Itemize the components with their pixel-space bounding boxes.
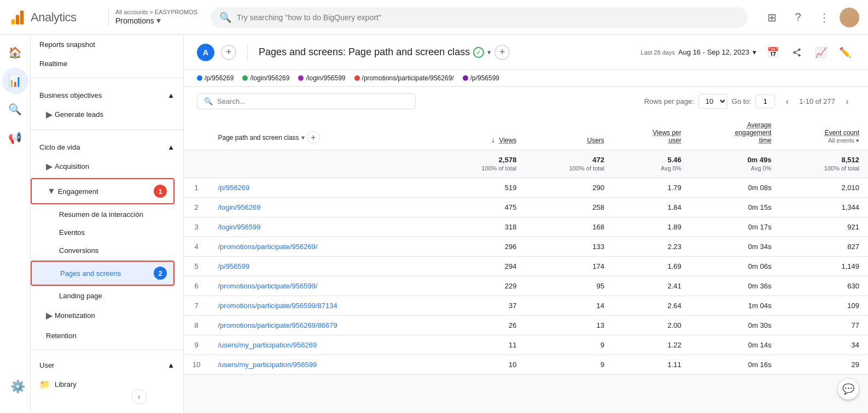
status-check-icon[interactable]: ✓	[473, 47, 484, 58]
table-search-input[interactable]	[217, 97, 409, 105]
add-dimension-button[interactable]: +	[307, 131, 320, 144]
rows-per-page-select[interactable]: 10 25 50	[698, 94, 727, 109]
reports-rail-item[interactable]: 📊	[2, 68, 28, 94]
sidebar-item-eventos[interactable]: Eventos	[31, 223, 179, 241]
add-comparison-button[interactable]: +	[221, 45, 236, 60]
next-page-button[interactable]: ›	[840, 94, 855, 109]
row-views-6: 37	[438, 296, 525, 316]
explore-rail-item[interactable]: 🔍	[2, 96, 28, 122]
th-views-per-user[interactable]: Views peruser	[613, 116, 690, 150]
table-row[interactable]: 8 /promotions/participate/956269/86679 2…	[184, 316, 868, 335]
user-avatar[interactable]	[840, 8, 859, 27]
legend-item-1[interactable]: /login/956269	[242, 74, 289, 82]
business-objectives-collapse-icon: ▲	[167, 91, 174, 99]
row-engagement-8: 0m 14s	[690, 335, 780, 355]
user-section: User ▲	[31, 355, 183, 374]
share-icon-button[interactable]	[787, 43, 807, 62]
row-page-3[interactable]: /promotions/participate/956269/	[209, 237, 437, 257]
sidebar-item-acquisition[interactable]: ▶ Acquisition	[31, 156, 179, 177]
th-page-path[interactable]: Page path and screen class ▾ +	[209, 116, 437, 150]
sidebar: Reports snapshot Realtime Business objec…	[31, 35, 184, 413]
row-page-6[interactable]: /promotions/participate/956599/87134	[209, 296, 437, 316]
legend-item-0[interactable]: /p/956269	[197, 74, 234, 82]
th-event-count-sub[interactable]: All events ▾	[828, 137, 859, 144]
legend-dot-1	[242, 75, 248, 81]
legend-item-3[interactable]: /promotions/participate/956269/	[354, 74, 454, 82]
table-row[interactable]: 9 /users/my_participation/956269 11 9 1.…	[184, 335, 868, 355]
row-vpu-6: 2.64	[613, 296, 690, 316]
grid-icon-button[interactable]: ⊞	[761, 7, 783, 28]
sidebar-item-retention[interactable]: Retention	[31, 326, 179, 345]
table-row[interactable]: 10 /users/my_participation/956599 10 9 1…	[184, 355, 868, 375]
legend-label-0: /p/956269	[205, 74, 234, 82]
add-segment-button[interactable]: +	[494, 45, 510, 60]
row-page-4[interactable]: /p/956599	[209, 257, 437, 276]
row-page-2[interactable]: /login/956599	[209, 217, 437, 237]
prev-page-button[interactable]: ‹	[779, 94, 795, 109]
table-row[interactable]: 7 /promotions/participate/956599/87134 3…	[184, 296, 868, 316]
table-row[interactable]: 5 /p/956599 294 174 1.69 0m 06s 1,149	[184, 257, 868, 276]
table-row[interactable]: 3 /login/956599 318 168 1.89 0m 17s 921	[184, 217, 868, 237]
totals-engagement: 0m 49s Avg 0%	[690, 150, 780, 178]
legend-item-4[interactable]: /p/956599	[463, 74, 499, 82]
table-row[interactable]: 1 /p/956269 519 290 1.79 0m 08s 2,010	[184, 178, 868, 198]
breadcrumb-area: All accounts > EASYPROMOS Promotions ▾	[108, 9, 197, 26]
svg-rect-1	[16, 15, 19, 25]
sidebar-item-library[interactable]: 📁 Library	[31, 374, 179, 395]
calendar-icon-button[interactable]: 📅	[763, 43, 783, 62]
row-index-3: 4	[184, 237, 209, 257]
collapse-sidebar-button[interactable]: ‹	[131, 389, 147, 404]
row-page-0[interactable]: /p/956269	[209, 178, 437, 198]
sidebar-item-conversions[interactable]: Conversions	[31, 241, 179, 259]
row-vpu-0: 1.79	[613, 178, 690, 198]
library-folder-icon: 📁	[39, 379, 50, 390]
status-chevron[interactable]: ▾	[487, 48, 491, 56]
breadcrumb-current[interactable]: Promotions ▾	[115, 15, 197, 26]
row-eventcount-0: 2,010	[780, 178, 868, 198]
row-page-8[interactable]: /users/my_participation/956269	[209, 335, 437, 355]
table-row[interactable]: 2 /login/956269 475 258 1.84 0m 15s 1,34…	[184, 198, 868, 217]
sidebar-item-engagement[interactable]: ▼ Engagement 1	[31, 178, 174, 204]
sidebar-item-resumen[interactable]: Resumen de la interacción	[31, 205, 179, 223]
business-objectives-header[interactable]: Business objectives ▲	[31, 82, 183, 104]
sidebar-item-reports-snapshot[interactable]: Reports snapshot	[31, 35, 179, 54]
comparison-avatar: A	[197, 44, 214, 61]
table-row[interactable]: 4 /promotions/participate/956269/ 296 13…	[184, 237, 868, 257]
table-search-bar[interactable]: 🔍	[197, 93, 416, 109]
row-users-7: 13	[525, 316, 613, 335]
date-range-picker[interactable]: Last 28 days Aug 16 - Sep 12, 2023 ▾	[641, 48, 756, 56]
search-bar[interactable]: 🔍	[211, 7, 748, 28]
row-page-1[interactable]: /login/956269	[209, 198, 437, 217]
table-row[interactable]: 6 /promotions/participate/956599/ 229 95…	[184, 276, 868, 296]
sidebar-item-monetization[interactable]: ▶ Monetization	[31, 305, 179, 326]
settings-button[interactable]: ⚙️	[4, 374, 31, 400]
th-avg-engagement[interactable]: Averageengagementtime	[690, 116, 780, 150]
advertising-rail-item[interactable]: 📢	[2, 125, 28, 151]
more-options-button[interactable]: ⋮	[813, 7, 835, 28]
home-rail-item[interactable]: 🏠	[2, 39, 28, 66]
sidebar-item-generate-leads[interactable]: ▶ Generate leads	[31, 104, 179, 125]
totals-event-count: 8,512 100% of total	[780, 150, 868, 178]
th-users[interactable]: Users	[525, 116, 613, 150]
help-button[interactable]: ?	[787, 7, 809, 28]
edit-icon-button[interactable]: ✏️	[835, 43, 855, 62]
ciclo-vida-header[interactable]: Ciclo de vida ▲	[31, 134, 183, 156]
row-views-8: 11	[438, 335, 525, 355]
sidebar-item-realtime[interactable]: Realtime	[31, 54, 179, 73]
sidebar-item-landing-page[interactable]: Landing page	[31, 287, 179, 305]
goto-input[interactable]	[755, 95, 775, 108]
row-views-7: 26	[438, 316, 525, 335]
trending-icon-button[interactable]: 📈	[811, 43, 831, 62]
sidebar-item-pages-screens[interactable]: Pages and screens 2	[31, 261, 174, 286]
row-page-5[interactable]: /promotions/participate/956599/	[209, 276, 437, 296]
th-event-count[interactable]: Event count All events ▾	[780, 116, 868, 150]
row-page-9[interactable]: /users/my_participation/956599	[209, 355, 437, 375]
table-search-icon: 🔍	[204, 97, 213, 105]
row-page-7[interactable]: /promotions/participate/956269/86679	[209, 316, 437, 335]
search-input[interactable]	[237, 13, 739, 22]
feedback-button[interactable]: 💬	[837, 378, 859, 400]
th-views[interactable]: ↓ Views	[438, 116, 525, 150]
data-table: Page path and screen class ▾ + ↓ Views U…	[184, 116, 868, 375]
legend-item-2[interactable]: /login/956599	[298, 74, 345, 82]
breadcrumb-parent: All accounts > EASYPROMOS	[115, 9, 197, 15]
